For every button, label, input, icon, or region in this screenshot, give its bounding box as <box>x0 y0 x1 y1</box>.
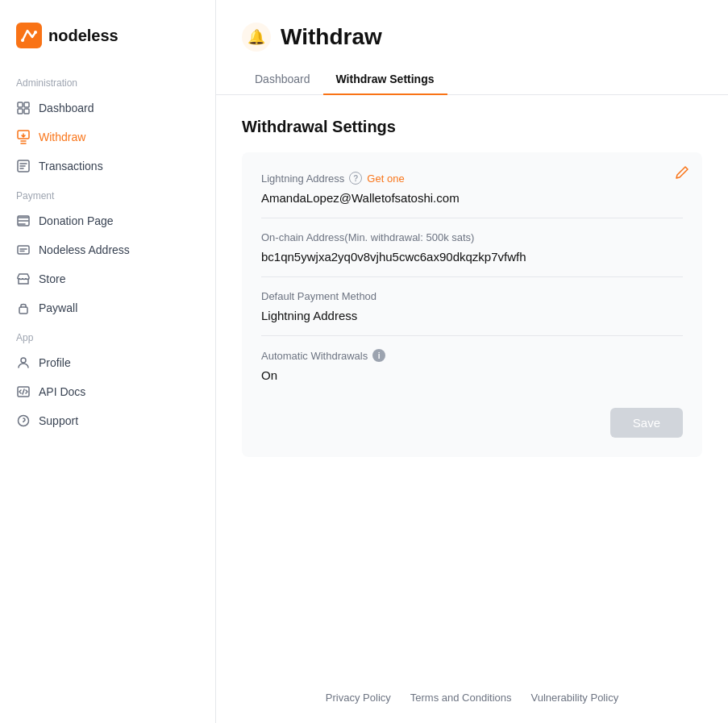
sidebar-item-profile-label: Profile <box>39 356 71 369</box>
nodeless-logo-icon <box>16 23 42 48</box>
content-area: Withdrawal Settings Lightning Address ? … <box>216 95 728 672</box>
lightning-help-icon[interactable]: ? <box>349 172 362 185</box>
default-payment-value: Lightning Address <box>261 309 683 332</box>
payment-section-label: Payment <box>0 181 215 206</box>
auto-withdrawals-label: Automatic Withdrawals <box>261 350 368 362</box>
svg-rect-0 <box>16 23 42 48</box>
default-payment-label-row: Default Payment Method <box>261 290 683 302</box>
svg-point-2 <box>34 31 37 34</box>
default-payment-group: Default Payment Method Lightning Address <box>261 290 683 332</box>
logo-text: nodeless <box>48 27 119 45</box>
app-section-label: App <box>0 322 215 348</box>
logo-area: nodeless <box>0 16 215 68</box>
sidebar-item-dashboard-label: Dashboard <box>39 102 94 114</box>
save-button[interactable]: Save <box>610 408 683 438</box>
sidebar-item-profile[interactable]: Profile <box>0 348 215 377</box>
default-payment-label: Default Payment Method <box>261 290 376 302</box>
sidebar-item-withdraw[interactable]: Withdraw <box>0 123 215 152</box>
auto-withdrawals-info-icon[interactable]: i <box>372 349 385 362</box>
onchain-address-group: On-chain Address(Min. withdrawal: 500k s… <box>261 231 683 273</box>
donation-icon <box>16 214 31 228</box>
lightning-label-row: Lightning Address ? Get one <box>261 172 683 185</box>
bell-icon-wrapper: 🔔 <box>242 23 271 52</box>
sidebar-item-donation-label: Donation Page <box>39 214 114 227</box>
withdraw-icon <box>16 130 31 144</box>
sidebar-item-transactions-label: Transactions <box>39 160 103 172</box>
lightning-address-value: AmandaLopez@Walletofsatoshi.com <box>261 191 683 214</box>
terms-link[interactable]: Terms and Conditions <box>410 692 512 704</box>
svg-point-14 <box>19 416 29 426</box>
sidebar-item-store[interactable]: Store <box>0 264 215 293</box>
sidebar-item-dashboard[interactable]: Dashboard <box>0 93 215 123</box>
api-docs-icon <box>16 384 31 399</box>
sidebar-item-nodeless-address[interactable]: Nodeless Address <box>0 235 215 264</box>
sidebar: nodeless Administration Dashboard Withdr… <box>0 0 216 723</box>
sidebar-item-support-label: Support <box>39 414 78 427</box>
paywall-icon <box>16 301 31 315</box>
svg-point-1 <box>21 39 24 42</box>
sidebar-item-donation[interactable]: Donation Page <box>0 206 215 235</box>
sidebar-item-transactions[interactable]: Transactions <box>0 152 215 181</box>
bell-icon: 🔔 <box>248 28 265 46</box>
tab-dashboard[interactable]: Dashboard <box>242 64 323 95</box>
page-title: Withdraw <box>281 24 382 50</box>
get-one-link[interactable]: Get one <box>367 172 404 185</box>
sidebar-item-paywall-label: Paywall <box>39 301 77 314</box>
nodeless-address-icon <box>16 243 31 257</box>
svg-rect-4 <box>24 102 29 107</box>
section-title: Withdrawal Settings <box>242 118 702 136</box>
lightning-address-label: Lightning Address <box>261 172 344 185</box>
auto-withdrawals-value: On <box>261 368 683 392</box>
main-content: 🔔 Withdraw Dashboard Withdraw Settings W… <box>216 0 728 723</box>
onchain-label-row: On-chain Address(Min. withdrawal: 500k s… <box>261 231 683 243</box>
svg-rect-5 <box>18 109 23 114</box>
onchain-address-label: On-chain Address(Min. withdrawal: 500k s… <box>261 231 474 243</box>
profile-icon <box>16 355 31 370</box>
dashboard-icon <box>16 101 31 115</box>
svg-rect-3 <box>18 102 23 107</box>
store-icon <box>16 272 31 286</box>
settings-card: Lightning Address ? Get one AmandaLopez@… <box>242 152 702 457</box>
tab-withdraw-settings[interactable]: Withdraw Settings <box>323 64 447 95</box>
transactions-icon <box>16 159 31 173</box>
auto-withdrawals-group: Automatic Withdrawals i On <box>261 349 683 392</box>
auto-withdrawals-label-row: Automatic Withdrawals i <box>261 349 683 362</box>
support-icon <box>16 413 31 428</box>
svg-rect-10 <box>18 246 29 254</box>
tabs: Dashboard Withdraw Settings <box>216 64 728 95</box>
vulnerability-policy-link[interactable]: Vulnerability Policy <box>531 692 619 704</box>
svg-point-12 <box>21 358 26 363</box>
sidebar-item-withdraw-label: Withdraw <box>39 131 85 143</box>
sidebar-item-paywall[interactable]: Paywall <box>0 293 215 322</box>
divider-2 <box>261 276 683 277</box>
onchain-address-value: bc1qn5ywjxa2yq0v8vjhu5cwc6ax90dkqzkp7vfw… <box>261 250 683 273</box>
sidebar-item-store-label: Store <box>39 272 65 285</box>
sidebar-item-api-docs-label: API Docs <box>39 385 85 398</box>
admin-section-label: Administration <box>0 68 215 93</box>
footer: Privacy Policy Terms and Conditions Vuln… <box>216 672 728 723</box>
lightning-address-group: Lightning Address ? Get one AmandaLopez@… <box>261 172 683 214</box>
sidebar-item-api-docs[interactable]: API Docs <box>0 377 215 406</box>
divider-1 <box>261 218 683 218</box>
svg-rect-11 <box>19 307 27 314</box>
edit-button[interactable] <box>675 165 689 184</box>
divider-3 <box>261 335 683 336</box>
svg-rect-6 <box>24 109 29 114</box>
privacy-policy-link[interactable]: Privacy Policy <box>326 692 391 704</box>
sidebar-item-nodeless-address-label: Nodeless Address <box>39 243 130 256</box>
page-header: 🔔 Withdraw <box>216 0 728 52</box>
sidebar-item-support[interactable]: Support <box>0 406 215 435</box>
save-button-wrapper: Save <box>261 408 683 438</box>
